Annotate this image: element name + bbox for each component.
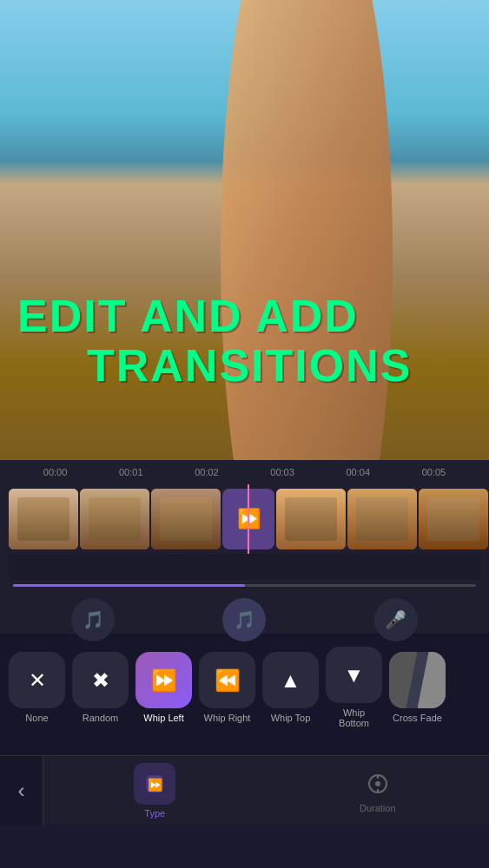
- cross-fade-right: [418, 652, 446, 708]
- progress-fill: [13, 584, 245, 587]
- svg-point-3: [375, 781, 380, 786]
- whip-right-icon: ⏪: [215, 668, 241, 693]
- music-icon: 🎵: [83, 609, 104, 630]
- clip-4-thumb: [276, 489, 346, 549]
- none-icon: ✕: [29, 668, 46, 693]
- stack-button[interactable]: 🎵: [222, 598, 266, 641]
- cross-fade-left: [389, 652, 418, 708]
- whip-bottom-icon: ▼: [344, 663, 365, 687]
- transition-whip-top-label: Whip Top: [271, 713, 311, 723]
- clip-3-thumb: [151, 489, 221, 549]
- control-buttons: 🎵 🎵 🎤: [0, 591, 489, 648]
- transition-whip-left-label: Whip Left: [143, 713, 183, 723]
- tick-5: 00:05: [396, 467, 472, 477]
- person-silhouette: [211, 0, 402, 460]
- video-clip-2[interactable]: [80, 489, 149, 549]
- video-clip-1[interactable]: [9, 489, 78, 549]
- tick-1: 00:01: [93, 467, 169, 477]
- cross-fade-inner: [389, 652, 446, 708]
- progress-bar-area: [0, 580, 489, 591]
- tick-0: 00:00: [17, 467, 93, 477]
- transition-whip-top[interactable]: ▲ Whip Top: [262, 652, 319, 723]
- video-clip-6[interactable]: [419, 489, 488, 549]
- transition-whip-right-label: Whip Right: [204, 713, 251, 723]
- transition-cross-fade[interactable]: Cross Fade: [389, 652, 446, 723]
- timeline-area: 00:00 00:01 00:02 00:03 00:04 00:05 ⏩: [0, 460, 489, 634]
- transition-whip-left-btn[interactable]: ⏩: [135, 652, 192, 708]
- tab-items: ⏩ Type Duration: [43, 756, 489, 825]
- tab-duration-label: Duration: [360, 803, 396, 813]
- stack-icon: 🎵: [234, 609, 255, 630]
- video-clip-5[interactable]: [347, 489, 417, 549]
- transition-random-btn[interactable]: ✖: [72, 652, 129, 708]
- timeline-ruler: 00:00 00:01 00:02 00:03 00:04 00:05: [0, 460, 489, 484]
- mic-button[interactable]: 🎤: [374, 598, 418, 641]
- timeline-track[interactable]: ⏩: [0, 484, 489, 554]
- audio-track: [9, 554, 480, 580]
- transition-random-label: Random: [83, 713, 119, 723]
- playhead: [248, 484, 249, 554]
- transition-random[interactable]: ✖ Random: [72, 652, 129, 723]
- video-clip-3[interactable]: [151, 489, 221, 549]
- overlay-text-line1: EDIT AND ADD: [17, 292, 472, 341]
- clip-5-thumb: [347, 489, 417, 549]
- transition-whip-left[interactable]: ⏩ Whip Left: [135, 652, 192, 723]
- tab-duration-icon: [362, 768, 393, 799]
- transition-whip-bottom-label: WhipBottom: [339, 707, 369, 728]
- bottom-tabs: ‹ ⏩ Type: [0, 755, 489, 825]
- overlay-text-line2: TRANSITIONS: [87, 341, 472, 391]
- transition-whip-bottom-btn[interactable]: ▼: [326, 647, 382, 703]
- tick-2: 00:02: [169, 467, 244, 477]
- music-button[interactable]: 🎵: [71, 598, 115, 641]
- clip-1-thumb: [9, 489, 78, 549]
- tab-type[interactable]: ⏩ Type: [43, 756, 267, 825]
- person-body: [211, 0, 402, 460]
- tick-3: 00:03: [245, 467, 320, 477]
- transition-whip-bottom[interactable]: ▼ WhipBottom: [326, 647, 382, 728]
- whip-left-icon: ⏩: [151, 668, 177, 693]
- mic-icon: 🎤: [385, 609, 406, 630]
- back-button[interactable]: ‹: [0, 756, 43, 825]
- transition-cross-fade-btn[interactable]: [389, 652, 446, 708]
- whip-top-icon: ▲: [281, 668, 301, 693]
- svg-text:⏩: ⏩: [148, 778, 163, 792]
- tab-type-label: Type: [144, 808, 165, 819]
- transition-whip-right[interactable]: ⏪ Whip Right: [199, 652, 255, 723]
- tab-duration[interactable]: Duration: [267, 756, 490, 825]
- transition-whip-right-btn[interactable]: ⏪: [199, 652, 255, 708]
- tab-type-icon: ⏩: [139, 768, 170, 799]
- transition-selector: ✕ None ✖ Random ⏩ Whip Left ⏪ Whip Right: [0, 634, 489, 755]
- clip-2-thumb: [80, 489, 149, 549]
- transition-none-btn[interactable]: ✕: [9, 652, 65, 708]
- tick-4: 00:04: [320, 467, 396, 477]
- transition-options: ✕ None ✖ Random ⏩ Whip Left ⏪ Whip Right: [0, 634, 489, 733]
- video-preview: EDIT AND ADD TRANSITIONS: [0, 0, 489, 460]
- clip-6-thumb: [419, 489, 488, 549]
- transition-none[interactable]: ✕ None: [9, 652, 65, 723]
- transition-whip-top-btn[interactable]: ▲: [262, 652, 319, 708]
- progress-track[interactable]: [13, 584, 476, 587]
- transition-none-label: None: [25, 713, 48, 723]
- back-icon: ‹: [18, 779, 25, 803]
- tab-type-icon-bg: ⏩: [134, 763, 175, 805]
- overlay-text: EDIT AND ADD TRANSITIONS: [17, 292, 472, 391]
- random-icon: ✖: [92, 668, 109, 693]
- transition-cross-fade-label: Cross Fade: [393, 713, 442, 723]
- video-clip-4[interactable]: [276, 489, 346, 549]
